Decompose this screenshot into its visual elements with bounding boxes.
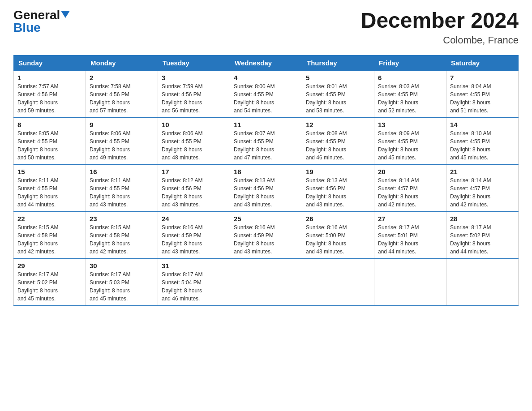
day-info: Sunrise: 8:17 AM Sunset: 5:02 PM Dayligh… xyxy=(17,271,58,302)
day-info: Sunrise: 8:05 AM Sunset: 4:55 PM Dayligh… xyxy=(17,130,58,161)
calendar-cell: 15Sunrise: 8:11 AM Sunset: 4:55 PM Dayli… xyxy=(14,165,86,212)
column-header-saturday: Saturday xyxy=(446,55,519,71)
day-number: 14 xyxy=(450,121,515,128)
day-info: Sunrise: 8:17 AM Sunset: 5:01 PM Dayligh… xyxy=(378,224,419,255)
calendar-cell: 27Sunrise: 8:17 AM Sunset: 5:01 PM Dayli… xyxy=(374,212,446,259)
calendar-cell xyxy=(446,259,519,306)
day-info: Sunrise: 8:00 AM Sunset: 4:55 PM Dayligh… xyxy=(234,83,275,114)
day-number: 3 xyxy=(162,74,226,81)
day-number: 17 xyxy=(162,168,226,176)
day-number: 6 xyxy=(378,74,442,81)
calendar-cell: 29Sunrise: 8:17 AM Sunset: 5:02 PM Dayli… xyxy=(14,259,86,306)
day-info: Sunrise: 8:14 AM Sunset: 4:57 PM Dayligh… xyxy=(450,177,491,208)
day-number: 23 xyxy=(90,215,154,223)
calendar-cell: 23Sunrise: 8:15 AM Sunset: 4:58 PM Dayli… xyxy=(86,212,158,259)
day-info: Sunrise: 8:01 AM Sunset: 4:55 PM Dayligh… xyxy=(306,83,347,114)
calendar-cell: 1Sunrise: 7:57 AM Sunset: 4:56 PM Daylig… xyxy=(14,71,86,118)
day-info: Sunrise: 8:06 AM Sunset: 4:55 PM Dayligh… xyxy=(90,130,130,161)
day-number: 1 xyxy=(17,74,82,81)
day-info: Sunrise: 8:06 AM Sunset: 4:55 PM Dayligh… xyxy=(162,130,202,161)
day-number: 19 xyxy=(306,168,370,176)
day-number: 10 xyxy=(162,121,226,128)
logo-triangle-icon xyxy=(61,11,70,18)
day-info: Sunrise: 8:08 AM Sunset: 4:55 PM Dayligh… xyxy=(306,130,347,161)
column-header-tuesday: Tuesday xyxy=(158,55,230,71)
calendar-week-row: 22Sunrise: 8:15 AM Sunset: 4:58 PM Dayli… xyxy=(14,212,519,259)
day-info: Sunrise: 8:15 AM Sunset: 4:58 PM Dayligh… xyxy=(17,224,58,255)
calendar-cell: 6Sunrise: 8:03 AM Sunset: 4:55 PM Daylig… xyxy=(374,71,446,118)
day-number: 18 xyxy=(234,168,298,176)
calendar-cell: 31Sunrise: 8:17 AM Sunset: 5:04 PM Dayli… xyxy=(158,259,230,306)
column-header-wednesday: Wednesday xyxy=(230,55,302,71)
day-number: 15 xyxy=(17,168,82,176)
title-block: December 2024 Colombe, France xyxy=(361,9,519,46)
calendar-cell: 10Sunrise: 8:06 AM Sunset: 4:55 PM Dayli… xyxy=(158,118,230,165)
day-number: 22 xyxy=(17,215,82,223)
calendar-cell: 7Sunrise: 8:04 AM Sunset: 4:55 PM Daylig… xyxy=(446,71,519,118)
calendar-cell xyxy=(302,259,374,306)
calendar-cell xyxy=(230,259,302,306)
calendar-cell: 25Sunrise: 8:16 AM Sunset: 4:59 PM Dayli… xyxy=(230,212,302,259)
logo: General Blue xyxy=(13,9,70,34)
day-info: Sunrise: 8:03 AM Sunset: 4:55 PM Dayligh… xyxy=(378,83,419,114)
day-number: 7 xyxy=(450,74,515,81)
day-info: Sunrise: 8:15 AM Sunset: 4:58 PM Dayligh… xyxy=(90,224,130,255)
calendar-cell: 16Sunrise: 8:11 AM Sunset: 4:55 PM Dayli… xyxy=(86,165,158,212)
day-info: Sunrise: 8:11 AM Sunset: 4:55 PM Dayligh… xyxy=(17,177,58,208)
calendar-week-row: 29Sunrise: 8:17 AM Sunset: 5:02 PM Dayli… xyxy=(14,259,519,306)
calendar-cell: 5Sunrise: 8:01 AM Sunset: 4:55 PM Daylig… xyxy=(302,71,374,118)
day-info: Sunrise: 8:11 AM Sunset: 4:55 PM Dayligh… xyxy=(90,177,130,208)
day-info: Sunrise: 8:14 AM Sunset: 4:57 PM Dayligh… xyxy=(378,177,419,208)
day-info: Sunrise: 8:16 AM Sunset: 4:59 PM Dayligh… xyxy=(234,224,275,255)
calendar-table: SundayMondayTuesdayWednesdayThursdayFrid… xyxy=(13,55,519,306)
page-header: General Blue December 2024 Colombe, Fran… xyxy=(13,9,519,46)
day-info: Sunrise: 8:16 AM Sunset: 4:59 PM Dayligh… xyxy=(162,224,202,255)
calendar-cell: 2Sunrise: 7:58 AM Sunset: 4:56 PM Daylig… xyxy=(86,71,158,118)
calendar-cell: 21Sunrise: 8:14 AM Sunset: 4:57 PM Dayli… xyxy=(446,165,519,212)
calendar-cell: 14Sunrise: 8:10 AM Sunset: 4:55 PM Dayli… xyxy=(446,118,519,165)
day-number: 30 xyxy=(90,262,154,270)
day-info: Sunrise: 7:59 AM Sunset: 4:56 PM Dayligh… xyxy=(162,83,202,114)
day-info: Sunrise: 8:17 AM Sunset: 5:02 PM Dayligh… xyxy=(450,224,491,255)
day-number: 31 xyxy=(162,262,226,270)
calendar-cell: 19Sunrise: 8:13 AM Sunset: 4:56 PM Dayli… xyxy=(302,165,374,212)
day-info: Sunrise: 8:16 AM Sunset: 5:00 PM Dayligh… xyxy=(306,224,347,255)
location-subtitle: Colombe, France xyxy=(361,34,519,46)
day-info: Sunrise: 7:57 AM Sunset: 4:56 PM Dayligh… xyxy=(17,83,58,114)
calendar-cell: 12Sunrise: 8:08 AM Sunset: 4:55 PM Dayli… xyxy=(302,118,374,165)
calendar-cell: 11Sunrise: 8:07 AM Sunset: 4:55 PM Dayli… xyxy=(230,118,302,165)
day-number: 21 xyxy=(450,168,515,176)
calendar-cell: 20Sunrise: 8:14 AM Sunset: 4:57 PM Dayli… xyxy=(374,165,446,212)
day-number: 11 xyxy=(234,121,298,128)
day-info: Sunrise: 8:04 AM Sunset: 4:55 PM Dayligh… xyxy=(450,83,491,114)
column-header-friday: Friday xyxy=(374,55,446,71)
day-number: 4 xyxy=(234,74,298,81)
day-number: 27 xyxy=(378,215,442,223)
column-header-sunday: Sunday xyxy=(14,55,86,71)
calendar-cell: 28Sunrise: 8:17 AM Sunset: 5:02 PM Dayli… xyxy=(446,212,519,259)
calendar-cell: 9Sunrise: 8:06 AM Sunset: 4:55 PM Daylig… xyxy=(86,118,158,165)
calendar-cell: 22Sunrise: 8:15 AM Sunset: 4:58 PM Dayli… xyxy=(14,212,86,259)
day-number: 25 xyxy=(234,215,298,223)
day-number: 12 xyxy=(306,121,370,128)
calendar-cell: 3Sunrise: 7:59 AM Sunset: 4:56 PM Daylig… xyxy=(158,71,230,118)
day-number: 5 xyxy=(306,74,370,81)
calendar-cell: 4Sunrise: 8:00 AM Sunset: 4:55 PM Daylig… xyxy=(230,71,302,118)
day-number: 24 xyxy=(162,215,226,223)
calendar-week-row: 15Sunrise: 8:11 AM Sunset: 4:55 PM Dayli… xyxy=(14,165,519,212)
day-info: Sunrise: 8:10 AM Sunset: 4:55 PM Dayligh… xyxy=(450,130,491,161)
calendar-cell: 30Sunrise: 8:17 AM Sunset: 5:03 PM Dayli… xyxy=(86,259,158,306)
logo-general-text: General xyxy=(13,9,60,21)
day-number: 9 xyxy=(90,121,154,128)
day-number: 2 xyxy=(90,74,154,81)
day-number: 16 xyxy=(90,168,154,176)
calendar-cell: 13Sunrise: 8:09 AM Sunset: 4:55 PM Dayli… xyxy=(374,118,446,165)
logo-blue-text: Blue xyxy=(13,21,41,34)
day-number: 13 xyxy=(378,121,442,128)
day-info: Sunrise: 8:12 AM Sunset: 4:56 PM Dayligh… xyxy=(162,177,202,208)
calendar-week-row: 1Sunrise: 7:57 AM Sunset: 4:56 PM Daylig… xyxy=(14,71,519,118)
day-info: Sunrise: 8:17 AM Sunset: 5:04 PM Dayligh… xyxy=(162,271,202,302)
day-info: Sunrise: 8:13 AM Sunset: 4:56 PM Dayligh… xyxy=(234,177,275,208)
day-info: Sunrise: 8:13 AM Sunset: 4:56 PM Dayligh… xyxy=(306,177,347,208)
calendar-cell: 17Sunrise: 8:12 AM Sunset: 4:56 PM Dayli… xyxy=(158,165,230,212)
